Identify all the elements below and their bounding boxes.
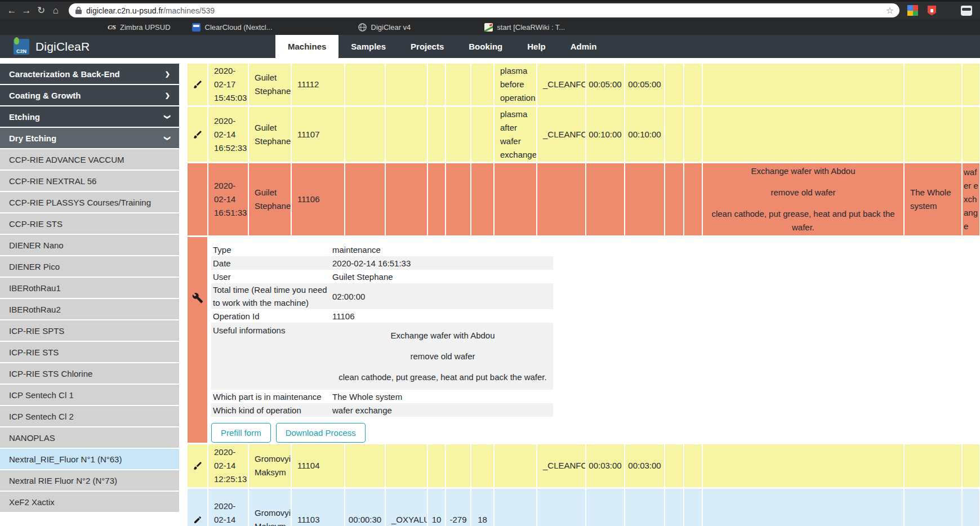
sidebar-machine[interactable]: DIENER Pico — [0, 256, 179, 277]
bookmark-zimbra[interactable]: C/S Zimbra UPSUD — [107, 23, 171, 32]
globe-icon — [358, 23, 367, 32]
main-nav: Machines Samples Projects Booking Help A… — [275, 35, 609, 58]
tab-machines[interactable]: Machines — [275, 35, 338, 58]
bookmark-label: ClearCloud (Nextcl... — [205, 23, 273, 32]
sidebar-category-dry-etching[interactable]: Dry Etching❯ — [0, 128, 179, 148]
cas-icon: C/S — [107, 23, 116, 32]
op-comment: plasma before operation — [495, 64, 536, 105]
op-id: 11112 — [292, 64, 344, 105]
op-user: Guilet Stephane — [249, 163, 291, 235]
bookmark-label: Zimbra UPSUD — [120, 23, 171, 32]
op-recipe: _CLEANFO — [537, 107, 585, 162]
bookmark-label: start [CleaRWiki : T... — [497, 23, 565, 32]
brush-icon — [188, 64, 207, 105]
sidebar-machine[interactable]: ICP-RIE SPTS — [0, 320, 179, 341]
op-total-time: 00:10:00 — [625, 107, 664, 162]
brush-icon — [188, 107, 207, 162]
operation-row[interactable]: 2020-02-14 12:25:13 Gromovyi Maksym 1110… — [188, 444, 980, 487]
sidebar-machine[interactable]: ICP-RIE STS Chlorine — [0, 363, 179, 384]
op-operation-type: wafer exchange — [963, 163, 979, 235]
sidebar-machine[interactable]: CCP-RIE STS — [0, 213, 179, 234]
chevron-right-icon: ❯ — [165, 70, 170, 78]
sidebar-machine[interactable]: Nextral RIE Fluor N°2 (N°73) — [0, 470, 179, 491]
url-path: /machines/539 — [163, 6, 215, 15]
back-icon[interactable]: ← — [5, 5, 19, 16]
bookmarks-bar: C/S Zimbra UPSUD ClearCloud (Nextcl... D… — [0, 19, 980, 35]
chevron-right-icon: ❯ — [165, 92, 170, 99]
sidebar-machine[interactable]: IBERothRau1 — [0, 278, 179, 298]
op-param: -279 — [446, 489, 470, 526]
detail-row-useful-informations: Useful informations Exchange wafer with … — [211, 323, 553, 390]
bookmark-digiclear[interactable]: DigiClear v4 — [358, 23, 411, 32]
op-param: 10 — [428, 489, 445, 526]
op-process-time: 00:00:30 — [345, 489, 385, 526]
profile-icon[interactable] — [961, 6, 972, 16]
tab-projects[interactable]: Projects — [398, 35, 456, 58]
op-comment — [495, 444, 536, 487]
tab-admin[interactable]: Admin — [558, 35, 609, 58]
forward-icon[interactable]: → — [19, 5, 34, 16]
bookmark-clearwiki[interactable]: start [CleaRWiki : T... — [484, 23, 565, 32]
browser-toolbar: ← → ↻ ⌂ digiclear.c2n.u-psud.fr/machines… — [0, 0, 980, 19]
operation-row-maintenance[interactable]: 2020-02-14 16:51:33 Guilet Stephane 1110… — [188, 163, 980, 235]
op-comment: plasma after wafer exchange — [495, 107, 536, 162]
shield-extension-icon[interactable] — [928, 6, 936, 16]
sidebar-category-coating[interactable]: Coating & Growth❯ — [0, 85, 179, 105]
reload-icon[interactable]: ↻ — [34, 5, 48, 16]
sidebar-machine[interactable]: ICP Sentech Cl 2 — [0, 406, 179, 426]
op-date: 2020-02-14 11:43:53 — [208, 489, 248, 526]
bookmark-clearcloud[interactable]: ClearCloud (Nextcl... — [192, 23, 273, 32]
op-recipe: _CLEANFO — [537, 64, 585, 105]
brush-icon — [188, 444, 207, 487]
url-bar[interactable]: digiclear.c2n.u-psud.fr/machines/539 ☆ — [69, 3, 899, 17]
sidebar-category-caracterization[interactable]: Caracterization & Back-End❯ — [0, 64, 179, 84]
sidebar-machine[interactable]: ICP-RIE STS — [0, 342, 179, 362]
op-user: Guilet Stephane — [249, 64, 291, 105]
sidebar-machine[interactable]: CCP-RIE PLASSYS Courses/Training — [0, 192, 179, 212]
sidebar-category-etching[interactable]: Etching❯ — [0, 106, 179, 127]
detail-row-maintenance-part: Which part is in maintenance The Whole s… — [211, 390, 553, 403]
home-icon[interactable]: ⌂ — [48, 5, 63, 16]
build-icon — [192, 292, 203, 304]
app-header: C2N DigiCleaR Machines Samples Projects … — [0, 35, 980, 58]
op-total-time: 00:03:00 — [625, 444, 664, 487]
chevron-down-icon: ❯ — [164, 135, 171, 140]
op-duration: 00:10:00 — [586, 107, 624, 162]
wiki-icon — [484, 23, 493, 32]
detail-row-user: User Guilet Stephane — [211, 270, 553, 283]
op-id: 11106 — [292, 163, 344, 235]
app-title: DigiCleaR — [35, 40, 90, 54]
machine-sidebar: Caracterization & Back-End❯ Coating & Gr… — [0, 58, 179, 526]
prefill-form-button[interactable]: Prefill form — [211, 423, 271, 443]
operation-row[interactable]: 2020-02-14 11:43:53 Gromovyi Maksym 1110… — [188, 489, 980, 526]
google-avatar-icon[interactable] — [907, 5, 918, 16]
lock-icon — [75, 7, 82, 14]
sidebar-machine[interactable]: NANOPLAS — [0, 427, 179, 448]
tab-samples[interactable]: Samples — [338, 35, 398, 58]
sidebar-machine[interactable]: CCP-RIE ADVANCE VACCUM — [0, 149, 179, 170]
operation-row[interactable]: 2020-02-17 15:45:03 Guilet Stephane 1111… — [188, 64, 980, 105]
chevron-down-icon: ❯ — [164, 114, 171, 119]
download-process-button[interactable]: Download Process — [276, 423, 366, 443]
op-date: 2020-02-14 12:25:13 — [208, 444, 248, 487]
operations-table: 2020-02-17 15:45:03 Guilet Stephane 1111… — [179, 58, 980, 526]
op-id: 11107 — [292, 107, 344, 162]
op-duration: 00:03:00 — [586, 444, 624, 487]
sidebar-machine[interactable]: ICP Sentech Cl 1 — [0, 385, 179, 405]
bookmark-label: DigiClear v4 — [371, 23, 411, 32]
c2n-logo-icon: C2N — [14, 39, 29, 55]
sidebar-machine[interactable]: XeF2 Xactix — [0, 492, 179, 512]
bookmark-star-icon[interactable]: ☆ — [886, 5, 894, 16]
operation-row[interactable]: 2020-02-14 16:52:33 Guilet Stephane 1110… — [188, 107, 980, 162]
op-user: Guilet Stephane — [249, 107, 291, 162]
op-user: Gromovyi Maksym — [249, 444, 291, 487]
sidebar-machine-selected[interactable]: Nextral_RIE_Fluor N°1 (N°63) — [0, 449, 179, 469]
sidebar-machine[interactable]: IBERothRau2 — [0, 299, 179, 319]
sidebar-machine[interactable]: CCP-RIE NEXTRAL 56 — [0, 171, 179, 191]
sidebar-machine[interactable]: DIENER Nano — [0, 235, 179, 255]
tab-help[interactable]: Help — [515, 35, 558, 58]
tab-booking[interactable]: Booking — [456, 35, 515, 58]
op-date: 2020-02-17 15:45:03 — [208, 64, 248, 105]
detail-row-date: Date 2020-02-14 16:51:33 — [211, 256, 553, 270]
op-user: Gromovyi Maksym — [249, 489, 291, 526]
